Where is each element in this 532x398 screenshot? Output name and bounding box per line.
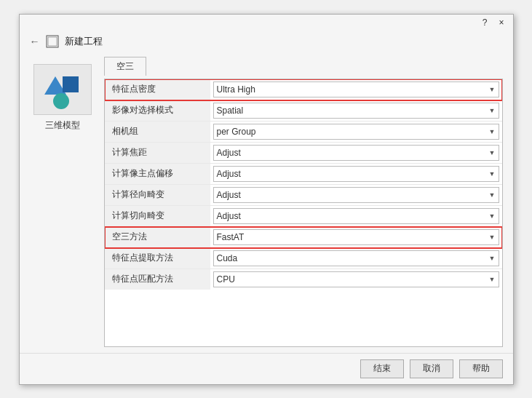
dialog-footer: 结束 取消 帮助: [20, 353, 513, 384]
label-kongsan-method: 空三方法: [105, 227, 210, 247]
model-icon: [41, 69, 84, 109]
dialog-header: ← 新建工程: [20, 31, 513, 51]
row-camera-group: 相机组 per Group ▼: [105, 122, 502, 143]
row-calc-tangential: 计算切向畸变 Adjust ▼: [105, 206, 502, 227]
dropdown-arrow-icon: ▼: [489, 255, 496, 262]
value-feature-extract: Cuda ▼: [210, 249, 502, 268]
tab-kongsan[interactable]: 空三: [104, 57, 146, 76]
label-calc-principal: 计算像主点偏移: [105, 164, 210, 184]
label-calc-tangential: 计算切向畸变: [105, 206, 210, 226]
svg-rect-1: [48, 37, 57, 46]
row-feature-match: 特征点匹配方法 CPU ▼: [105, 269, 502, 290]
label-feature-extract: 特征点提取方法: [105, 248, 210, 268]
svg-rect-3: [63, 76, 79, 92]
dropdown-arrow-icon: ▼: [489, 86, 496, 93]
row-feature-extract: 特征点提取方法 Cuda ▼: [105, 248, 502, 269]
tab-bar: 空三: [104, 57, 503, 76]
dropdown-arrow-icon: ▼: [489, 234, 496, 241]
title-bar: ? ×: [20, 15, 513, 31]
select-calc-tangential[interactable]: Adjust ▼: [213, 208, 499, 224]
close-icon[interactable]: ×: [496, 17, 507, 28]
value-feature-match: CPU ▼: [210, 270, 502, 289]
row-kongsan-method: 空三方法 FastAT ▼: [105, 227, 502, 248]
row-image-select-mode: 影像对选择模式 Spatial ▼: [105, 100, 502, 122]
settings-panel: 特征点密度 Ultra High ▼ 影像对选择模式 Spatial: [104, 79, 503, 347]
label-image-select-mode: 影像对选择模式: [105, 100, 210, 121]
dialog-title: 新建工程: [65, 35, 103, 48]
row-calc-principal: 计算像主点偏移 Adjust ▼: [105, 164, 502, 185]
value-camera-group: per Group ▼: [210, 122, 502, 141]
select-feature-extract[interactable]: Cuda ▼: [213, 250, 499, 266]
label-calc-radial: 计算径向畸变: [105, 185, 210, 205]
right-panel: 空三 特征点密度 Ultra High ▼ 影像对选择模式: [104, 57, 503, 347]
help-icon[interactable]: ?: [480, 17, 491, 28]
label-feature-density: 特征点密度: [105, 79, 210, 100]
value-calc-principal: Adjust ▼: [210, 164, 502, 183]
dropdown-arrow-icon: ▼: [489, 107, 496, 114]
select-camera-group[interactable]: per Group ▼: [213, 124, 499, 140]
dropdown-arrow-icon: ▼: [489, 212, 496, 220]
value-feature-density: Ultra High ▼: [210, 80, 502, 99]
dropdown-arrow-icon: ▼: [489, 191, 496, 199]
dropdown-arrow-icon: ▼: [489, 170, 496, 178]
value-calc-tangential: Adjust ▼: [210, 207, 502, 226]
value-image-select-mode: Spatial ▼: [210, 101, 502, 120]
dialog-body: 三维模型 空三 特征点密度 Ultra High ▼: [20, 51, 513, 353]
select-kongsan-method[interactable]: FastAT ▼: [213, 229, 499, 245]
label-feature-match: 特征点匹配方法: [105, 269, 210, 290]
svg-point-4: [53, 93, 69, 109]
finish-button[interactable]: 结束: [360, 359, 404, 378]
model-label: 三维模型: [45, 119, 80, 132]
row-feature-density: 特征点密度 Ultra High ▼: [105, 79, 502, 100]
value-calc-focal: Adjust ▼: [210, 143, 502, 162]
back-arrow-icon[interactable]: ←: [30, 36, 40, 47]
dropdown-arrow-icon: ▼: [489, 276, 496, 283]
value-calc-radial: Adjust ▼: [210, 186, 502, 204]
left-panel: 三维模型: [30, 57, 95, 347]
select-feature-density[interactable]: Ultra High ▼: [213, 81, 499, 97]
row-calc-focal: 计算焦距 Adjust ▼: [105, 143, 502, 164]
model-icon-area: [33, 64, 92, 115]
dropdown-arrow-icon: ▼: [489, 128, 496, 135]
main-dialog: ? × ← 新建工程 三维模型: [19, 14, 514, 385]
select-calc-principal[interactable]: Adjust ▼: [213, 166, 499, 182]
help-button[interactable]: 帮助: [459, 359, 503, 378]
row-calc-radial: 计算径向畸变 Adjust ▼: [105, 185, 502, 206]
dropdown-arrow-icon: ▼: [489, 149, 496, 156]
select-calc-focal[interactable]: Adjust ▼: [213, 145, 499, 161]
svg-rect-0: [47, 36, 58, 47]
cancel-button[interactable]: 取消: [410, 359, 453, 378]
label-calc-focal: 计算焦距: [105, 143, 210, 163]
select-image-select-mode[interactable]: Spatial ▼: [213, 103, 499, 119]
select-feature-match[interactable]: CPU ▼: [213, 271, 499, 287]
value-kongsan-method: FastAT ▼: [210, 228, 502, 247]
header-logo-icon: [46, 35, 59, 48]
label-camera-group: 相机组: [105, 122, 210, 142]
select-calc-radial[interactable]: Adjust ▼: [213, 187, 499, 203]
